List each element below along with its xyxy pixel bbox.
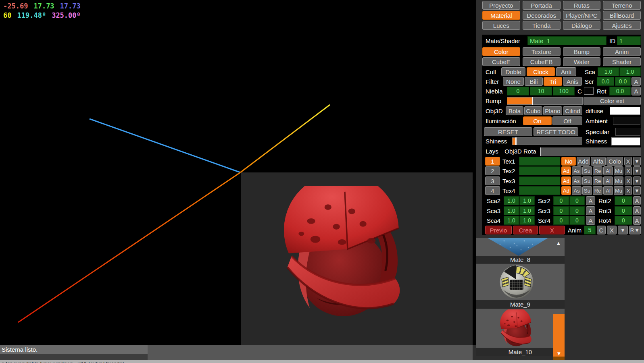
filter-tri-button[interactable]: Tri [544,77,562,86]
anim-c-button[interactable]: C [597,226,606,234]
scroll-down-icon[interactable]: ▼ [553,350,565,357]
tex2-blend-ad[interactable]: Ad [561,166,571,175]
niebla-2-input[interactable]: 10 [530,87,552,95]
diffuse-color-swatch[interactable] [610,107,640,115]
tab-material[interactable]: Material [482,11,520,20]
sca4-x-input[interactable]: 1.0 [504,216,519,225]
material-name-input[interactable]: Mate_1 [527,36,606,45]
tab-lays[interactable]: Lays [484,146,500,156]
scr4-anim-button[interactable]: A [586,216,595,225]
tex1-dropdown-icon[interactable]: ▼ [633,157,641,166]
layer-2-button[interactable]: 2 [485,166,500,175]
tex2-blend-mu[interactable]: Mu [614,166,623,175]
tex1-blend-colo[interactable]: Colo [606,157,623,166]
tab-proyecto[interactable]: Proyecto [482,1,520,10]
tab-anim[interactable]: Anim [603,47,641,56]
scr4-x-input[interactable]: 0 [553,216,569,225]
tex1-blend-alfa[interactable]: Alfa [591,157,606,166]
reset-todo-button[interactable]: RESET TODO [534,127,578,136]
scr3-y-input[interactable]: 0 [569,206,585,215]
niebla-3-input[interactable]: 100 [553,87,575,95]
tex4-dropdown-icon[interactable]: ▼ [633,186,641,195]
tex2-blend-as[interactable]: As [572,166,581,175]
tex3-input[interactable] [519,176,560,185]
crea-button[interactable]: Crea [513,226,538,234]
tex3-blend-al[interactable]: Al [603,176,613,185]
anim-r-dropdown-button[interactable]: R▼ [629,226,641,234]
tex2-clear-button[interactable]: X [625,166,632,175]
tex1-blend-no[interactable]: No [561,157,576,166]
tex3-blend-su[interactable]: Su [582,176,592,185]
sca2-y-input[interactable]: 1.0 [519,196,535,205]
scr3-anim-button[interactable]: A [586,206,595,215]
tab-texture[interactable]: Texture [523,47,561,56]
bump-slider[interactable] [507,97,583,105]
scr2-y-input[interactable]: 0 [569,196,585,205]
viewport-3d[interactable]: -25.6917.7317.73 60119.48º325.00º [0,0,473,345]
tex4-blend-as[interactable]: As [572,186,581,195]
tex4-blend-mu[interactable]: Mu [614,186,623,195]
tab-color[interactable]: Color [482,47,520,56]
tex2-blend-al[interactable]: Al [603,166,613,175]
tab-terreno[interactable]: Terreno [603,1,641,10]
filter-anis-button[interactable]: Anis [563,77,582,86]
tab-water[interactable]: Water [563,57,601,66]
material-thumb-mate-8[interactable] [476,238,565,256]
scr-y-input[interactable]: 0.0 [615,77,631,86]
tex1-blend-add[interactable]: Add [577,157,590,166]
scr3-x-input[interactable]: 0 [553,206,569,215]
tex3-blend-ad[interactable]: Ad [561,176,571,185]
tab-shader[interactable]: Shader [603,57,641,66]
filter-bili-button[interactable]: Bili [525,77,543,86]
scroll-up-icon[interactable]: ▲ [553,239,564,247]
sca4-y-input[interactable]: 1.0 [519,216,535,225]
material-thumb-mate-9[interactable] [476,264,565,300]
anim-count-input[interactable]: 5 [584,226,596,234]
rot2-anim-button[interactable]: A [633,196,641,205]
tex2-blend-su[interactable]: Su [582,166,592,175]
tex3-clear-button[interactable]: X [625,176,632,185]
tab-cubeeb[interactable]: CubeEB [523,57,561,66]
tab-cubee[interactable]: CubeE [482,57,520,66]
tab-billboard[interactable]: BillBoard [603,11,641,20]
tex1-input[interactable] [519,157,560,166]
tex4-blend-re[interactable]: Re [593,186,602,195]
tab-player-npc[interactable]: Player/NPC [563,11,601,20]
rot-anim-button[interactable]: A [631,87,641,95]
reset-button[interactable]: RESET [484,127,532,136]
rot3-anim-button[interactable]: A [633,206,641,215]
tab-rutas[interactable]: Rutas [563,1,601,10]
tex3-blend-re[interactable]: Re [593,176,602,185]
tex4-blend-al[interactable]: Al [603,186,613,195]
niebla-1-input[interactable]: 0 [507,87,529,95]
scr-x-input[interactable]: 0.0 [597,77,614,86]
tex3-blend-as[interactable]: As [572,176,581,185]
obj3d-plano-button[interactable]: Plano [543,106,562,115]
tex2-blend-re[interactable]: Re [593,166,602,175]
tab-bump[interactable]: Bump [563,47,601,56]
niebla-c-checkbox[interactable] [584,87,594,95]
rot4-input[interactable]: 0 [615,216,632,225]
sca-y-input[interactable]: 1.0 [619,67,641,76]
layer-4-button[interactable]: 4 [485,186,500,195]
sca3-x-input[interactable]: 1.0 [504,206,519,215]
scr2-anim-button[interactable]: A [586,196,595,205]
scr4-y-input[interactable]: 0 [569,216,585,225]
tex4-blend-ad[interactable]: Ad [561,186,571,195]
cull-doble-button[interactable]: Doble [501,67,525,76]
filter-none-button[interactable]: None [503,77,524,86]
ambient-color-swatch[interactable] [613,117,640,125]
material-thumb-mate-10[interactable] [476,309,565,348]
color-ext-button[interactable]: Color ext [584,97,641,105]
iluminacion-on-button[interactable]: On [523,116,552,125]
scr2-x-input[interactable]: 0 [553,196,569,205]
tex1-clear-button[interactable]: X [624,157,632,166]
cull-clock-button[interactable]: Clock [527,67,555,76]
shiness-color-swatch[interactable] [611,137,640,145]
obj3d-cilind-button[interactable]: Cilind [563,106,582,115]
layer-3-button[interactable]: 3 [485,176,500,185]
tex2-dropdown-icon[interactable]: ▼ [633,166,641,175]
rot4-anim-button[interactable]: A [633,216,641,225]
layer-1-button[interactable]: 1 [485,157,500,166]
delete-anim-button[interactable]: X [539,226,565,234]
